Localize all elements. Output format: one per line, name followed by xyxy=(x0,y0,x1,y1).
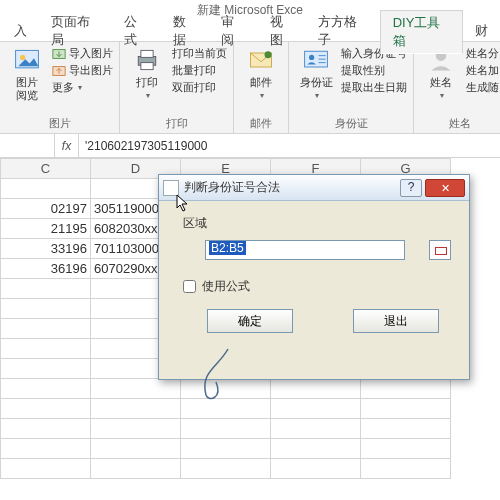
cell[interactable]: 21195 xyxy=(1,219,91,239)
cell[interactable] xyxy=(1,179,91,199)
group-print: 打印▾ 打印当前页 批量打印 双面打印 打印 xyxy=(120,42,234,133)
name-split[interactable]: 姓名分 xyxy=(466,46,499,61)
cell[interactable] xyxy=(1,279,91,299)
svg-rect-6 xyxy=(141,63,153,70)
extract-gender[interactable]: 提取性别 xyxy=(341,63,407,78)
cell[interactable]: 36196 xyxy=(1,259,91,279)
tab-7[interactable]: DIY工具箱 xyxy=(380,10,463,54)
chevron-down-icon: ▾ xyxy=(146,89,150,102)
name-button[interactable]: 姓名▾ xyxy=(420,46,462,102)
annotation-arrow xyxy=(188,347,248,407)
ribbon-tabs: 入页面布局公式数据审阅视图方方格子DIY工具箱财 xyxy=(0,20,500,42)
formula-value[interactable]: '210602197305119000 xyxy=(79,139,500,153)
fx-button[interactable]: fx xyxy=(55,134,79,157)
tab-0[interactable]: 入 xyxy=(2,19,39,43)
print-duplex[interactable]: 双面打印 xyxy=(172,80,227,95)
cell[interactable] xyxy=(361,459,451,479)
cell[interactable] xyxy=(181,459,271,479)
group-mail: 邮件▾ 邮件 xyxy=(234,42,289,133)
group-name: 姓名▾ 姓名分 姓名加 生成随 姓名 xyxy=(414,42,500,133)
dialog-close-button[interactable]: ✕ xyxy=(425,179,465,197)
svg-point-10 xyxy=(309,55,314,60)
cell[interactable] xyxy=(1,399,91,419)
cell[interactable] xyxy=(361,379,451,399)
cell[interactable] xyxy=(271,399,361,419)
more-picture[interactable]: 更多▾ xyxy=(52,80,113,95)
export-icon xyxy=(52,64,66,78)
extract-dob[interactable]: 提取出生日期 xyxy=(341,80,407,95)
import-icon xyxy=(52,47,66,61)
svg-rect-5 xyxy=(141,50,153,57)
idcard-icon xyxy=(302,46,330,74)
group-label: 姓名 xyxy=(449,116,471,131)
cell[interactable] xyxy=(91,399,181,419)
mail-button[interactable]: 邮件▾ xyxy=(240,46,282,102)
print-current[interactable]: 打印当前页 xyxy=(172,46,227,61)
picture-icon xyxy=(13,46,41,74)
group-label: 邮件 xyxy=(250,116,272,131)
use-formula-checkbox[interactable]: 使用公式 xyxy=(183,278,451,295)
group-label: 身份证 xyxy=(335,116,368,131)
cell[interactable] xyxy=(1,299,91,319)
svg-point-1 xyxy=(20,55,25,60)
cell[interactable] xyxy=(1,379,91,399)
cell[interactable] xyxy=(271,379,361,399)
group-idcard: 身份证▾ 输入身份证号 提取性别 提取出生日期 身份证 xyxy=(289,42,414,133)
col-header[interactable]: C xyxy=(1,159,91,179)
cell[interactable]: 33196 xyxy=(1,239,91,259)
print-batch[interactable]: 批量打印 xyxy=(172,63,227,78)
cell[interactable] xyxy=(1,359,91,379)
group-picture: 图片 阅览 导入图片 导出图片 更多▾ 图片 xyxy=(0,42,120,133)
range-input[interactable]: B2:B5 xyxy=(205,240,405,260)
group-label: 图片 xyxy=(49,116,71,131)
name-add[interactable]: 姓名加 xyxy=(466,63,499,78)
cell[interactable] xyxy=(1,339,91,359)
picture-view-button[interactable]: 图片 阅览 xyxy=(6,46,48,102)
name-box[interactable] xyxy=(0,134,55,157)
cell[interactable] xyxy=(1,319,91,339)
cancel-button[interactable]: 退出 xyxy=(353,309,439,333)
name-gen[interactable]: 生成随 xyxy=(466,80,499,95)
cell[interactable] xyxy=(1,459,91,479)
dialog-title: 判断身份证号合法 xyxy=(184,179,400,196)
mail-icon xyxy=(247,46,275,74)
cell[interactable] xyxy=(91,439,181,459)
cell[interactable] xyxy=(1,419,91,439)
print-button[interactable]: 打印▾ xyxy=(126,46,168,102)
cursor-icon xyxy=(176,194,190,212)
use-formula-input[interactable] xyxy=(183,280,196,293)
cell[interactable] xyxy=(91,419,181,439)
range-picker-button[interactable] xyxy=(429,240,451,260)
svg-point-8 xyxy=(265,51,272,58)
cell[interactable] xyxy=(361,399,451,419)
chevron-down-icon: ▾ xyxy=(78,83,82,92)
dialog-help-button[interactable]: ? xyxy=(400,179,422,197)
cell[interactable] xyxy=(1,439,91,459)
import-picture[interactable]: 导入图片 xyxy=(52,46,113,61)
export-picture[interactable]: 导出图片 xyxy=(52,63,113,78)
chevron-down-icon: ▾ xyxy=(315,89,319,102)
chevron-down-icon: ▾ xyxy=(260,89,264,102)
ok-button[interactable]: 确定 xyxy=(207,309,293,333)
cell[interactable] xyxy=(271,459,361,479)
tab-8[interactable]: 财 xyxy=(463,19,500,43)
cell[interactable] xyxy=(91,379,181,399)
cell[interactable] xyxy=(91,459,181,479)
cell[interactable] xyxy=(361,439,451,459)
chevron-down-icon: ▾ xyxy=(440,89,444,102)
area-label: 区域 xyxy=(183,215,451,232)
cell[interactable] xyxy=(361,419,451,439)
ribbon: 图片 阅览 导入图片 导出图片 更多▾ 图片 打印▾ 打印当前页 批量打印 双面… xyxy=(0,42,500,134)
cell[interactable]: 02197 xyxy=(1,199,91,219)
formula-bar: fx '210602197305119000 xyxy=(0,134,500,158)
idcard-button[interactable]: 身份证▾ xyxy=(295,46,337,102)
dialog-titlebar[interactable]: 判断身份证号合法 ? ✕ xyxy=(159,175,469,201)
group-label: 打印 xyxy=(166,116,188,131)
printer-icon xyxy=(133,46,161,74)
cell[interactable] xyxy=(181,439,271,459)
cell[interactable] xyxy=(271,419,361,439)
cell[interactable] xyxy=(271,439,361,459)
cell[interactable] xyxy=(181,419,271,439)
